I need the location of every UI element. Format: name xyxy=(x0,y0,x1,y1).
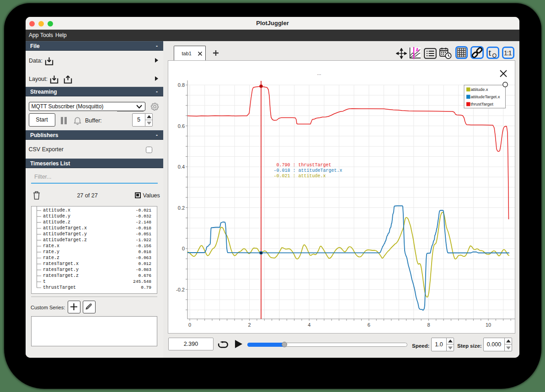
svg-text:0.790 : thrustTarget: 0.790 : thrustTarget xyxy=(274,163,331,168)
svg-text:1:1: 1:1 xyxy=(504,49,512,57)
svg-text:4: 4 xyxy=(308,322,310,328)
svg-text:0.2: 0.2 xyxy=(178,205,185,211)
svg-text:0.4: 0.4 xyxy=(178,164,185,170)
svg-text:8: 8 xyxy=(427,322,430,328)
svg-text:-0.018 : attitudeTarget.x: -0.018 : attitudeTarget.x xyxy=(274,168,342,173)
svg-text:0.6: 0.6 xyxy=(178,123,185,129)
svg-text:A: A xyxy=(416,48,419,53)
svg-text:6: 6 xyxy=(368,322,370,328)
svg-text:-0.2: -0.2 xyxy=(176,287,185,292)
svg-text:2: 2 xyxy=(248,322,251,328)
svg-text:...: ... xyxy=(317,70,321,76)
svg-text:attitudeTarget.x: attitudeTarget.x xyxy=(470,94,500,99)
svg-text:O: O xyxy=(492,53,497,59)
svg-text:0: 0 xyxy=(182,246,185,251)
svg-text:attitude.x: attitude.x xyxy=(470,87,488,92)
svg-text:0.8: 0.8 xyxy=(178,82,185,88)
svg-text:-0.021 : attitude.x: -0.021 : attitude.x xyxy=(274,174,326,179)
svg-text:thrustTarget: thrustTarget xyxy=(470,101,493,106)
svg-text:0: 0 xyxy=(188,322,191,328)
svg-text:t: t xyxy=(489,47,492,58)
svg-text:10: 10 xyxy=(486,322,491,328)
